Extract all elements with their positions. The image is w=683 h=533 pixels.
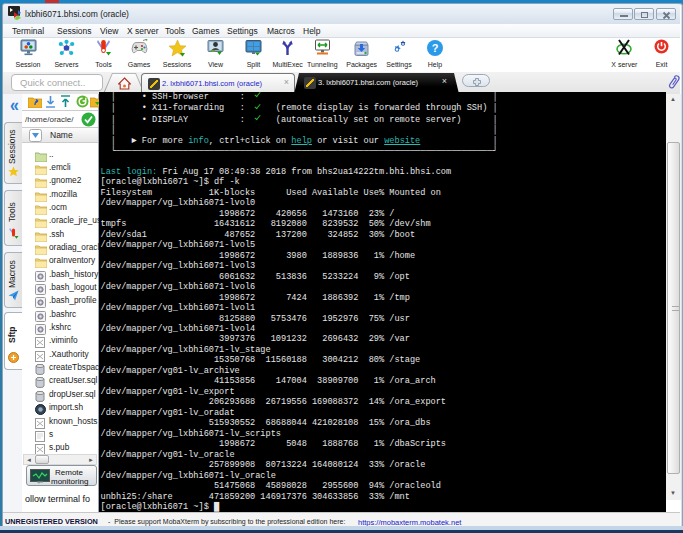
svg-text:?: ? (432, 42, 439, 54)
